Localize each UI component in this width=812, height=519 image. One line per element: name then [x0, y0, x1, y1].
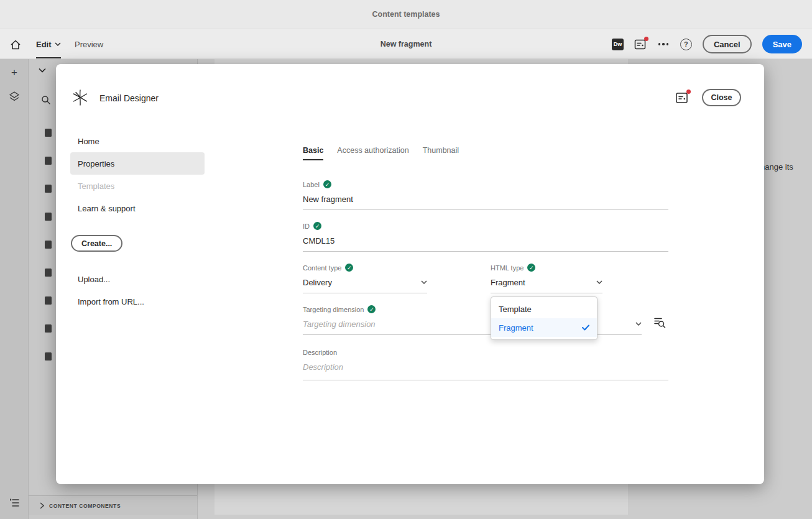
home-button[interactable]: [9, 38, 22, 52]
label-field[interactable]: Label ✓ New fragment: [303, 181, 668, 210]
valid-check-icon: ✓: [313, 222, 321, 230]
description-field[interactable]: Description Description: [303, 349, 668, 380]
label-field-label-row: Label ✓: [303, 181, 668, 188]
tab-access-authorization[interactable]: Access authorization: [337, 140, 408, 160]
html-type-dropdown: Template Fragment: [491, 296, 597, 340]
id-input-value: CMDL15: [303, 236, 334, 246]
field-label: ID: [303, 223, 310, 230]
option-label: Fragment: [499, 323, 533, 333]
sidebar-item-properties[interactable]: Properties: [70, 152, 205, 175]
dialog-sidebar: Home Properties Templates Learn & suppor…: [70, 130, 205, 219]
tab-label: Basic: [303, 146, 323, 155]
dropdown-option-fragment[interactable]: Fragment: [491, 318, 597, 337]
sidebar-item-label: Learn & support: [78, 204, 136, 213]
tab-edit[interactable]: Edit: [36, 29, 61, 59]
tab-edit-label: Edit: [36, 40, 52, 49]
content-type-label-row: Content type ✓: [303, 264, 427, 271]
cancel-button[interactable]: Cancel: [703, 35, 752, 53]
selected-check-icon: [582, 324, 589, 331]
valid-check-icon: ✓: [323, 180, 331, 188]
notification-dot: [686, 90, 691, 94]
more-actions-button[interactable]: [657, 38, 670, 50]
browse-dimensions-button[interactable]: [653, 316, 667, 329]
import-from-url-link[interactable]: Import from URL...: [70, 290, 205, 313]
tab-edit-indicator: [36, 57, 61, 58]
close-button[interactable]: Close: [702, 89, 741, 106]
valid-check-icon: ✓: [367, 305, 376, 313]
id-field[interactable]: ID ✓ CMDL15: [303, 223, 668, 252]
home-icon: [9, 39, 22, 51]
tab-preview-label: Preview: [75, 40, 103, 49]
data-search-icon: [653, 316, 666, 329]
document-title: New fragment: [381, 29, 432, 59]
dialog-title: Email Designer: [99, 93, 159, 103]
chevron-down-icon: [596, 280, 602, 284]
upload-link[interactable]: Upload...: [70, 268, 205, 290]
create-button[interactable]: Create...: [71, 235, 122, 252]
html-type-value: Fragment: [491, 278, 525, 287]
field-label: Content type: [303, 264, 341, 272]
upload-link-label: Upload...: [78, 275, 110, 284]
field-label: Description: [303, 349, 337, 356]
tab-preview[interactable]: Preview: [75, 29, 103, 59]
chevron-down-icon: [635, 322, 642, 326]
field-label: Targeting dimension: [303, 306, 364, 313]
import-link-label: Import from URL...: [78, 297, 144, 306]
top-bar: Content templates: [0, 0, 812, 29]
content-type-picker[interactable]: Content type ✓ Delivery: [303, 264, 427, 293]
notification-dot: [644, 37, 648, 41]
description-placeholder: Description: [303, 362, 343, 372]
option-label: Template: [499, 305, 532, 314]
content-type-value: Delivery: [303, 278, 332, 287]
save-button[interactable]: Save: [762, 35, 802, 53]
dialog-feedback-button[interactable]: [675, 91, 689, 105]
sidebar-item-label: Properties: [78, 159, 114, 168]
label-input-value: New fragment: [303, 195, 353, 204]
tab-basic[interactable]: Basic: [303, 140, 323, 160]
more-icon: [658, 43, 669, 45]
id-field-label-row: ID ✓: [303, 223, 668, 229]
app-header-title: Content templates: [372, 10, 440, 19]
html-type-picker[interactable]: HTML type ✓ Fragment: [491, 264, 602, 293]
html-type-label-row: HTML type ✓: [491, 264, 602, 271]
feedback-notification-button[interactable]: [634, 38, 647, 50]
help-button[interactable]: ?: [680, 39, 692, 50]
email-designer-logo-icon: [72, 89, 89, 106]
sidebar-item-learn-support[interactable]: Learn & support: [70, 197, 205, 219]
targeting-placeholder: Targeting dimension: [303, 319, 376, 329]
field-label: HTML type: [491, 264, 524, 272]
toolbar-actions: Dw ? Cancel Save: [612, 29, 802, 59]
chevron-down-icon: [421, 280, 427, 284]
tab-thumbnail[interactable]: Thumbnail: [423, 140, 459, 160]
sidebar-item-label: Templates: [78, 181, 114, 191]
tab-label: Thumbnail: [423, 146, 459, 155]
email-designer-dialog: Email Designer Close Home Properties Tem…: [56, 64, 764, 484]
description-label-row: Description: [303, 349, 668, 356]
sidebar-item-templates: Templates: [70, 175, 205, 197]
dreamweaver-badge[interactable]: Dw: [612, 39, 624, 50]
properties-tabs: Basic Access authorization Thumbnail: [303, 140, 459, 160]
valid-check-icon: ✓: [527, 264, 535, 272]
dropdown-option-template[interactable]: Template: [491, 300, 597, 318]
sidebar-item-label: Home: [78, 137, 99, 146]
toolbar: Edit Preview New fragment Dw ? Cancel Sa…: [0, 29, 812, 59]
sidebar-item-home[interactable]: Home: [70, 130, 205, 152]
question-icon: ?: [684, 40, 688, 48]
field-label: Label: [303, 181, 320, 188]
valid-check-icon: ✓: [345, 264, 353, 272]
tab-label: Access authorization: [337, 146, 408, 155]
chevron-down-icon: [55, 42, 61, 46]
